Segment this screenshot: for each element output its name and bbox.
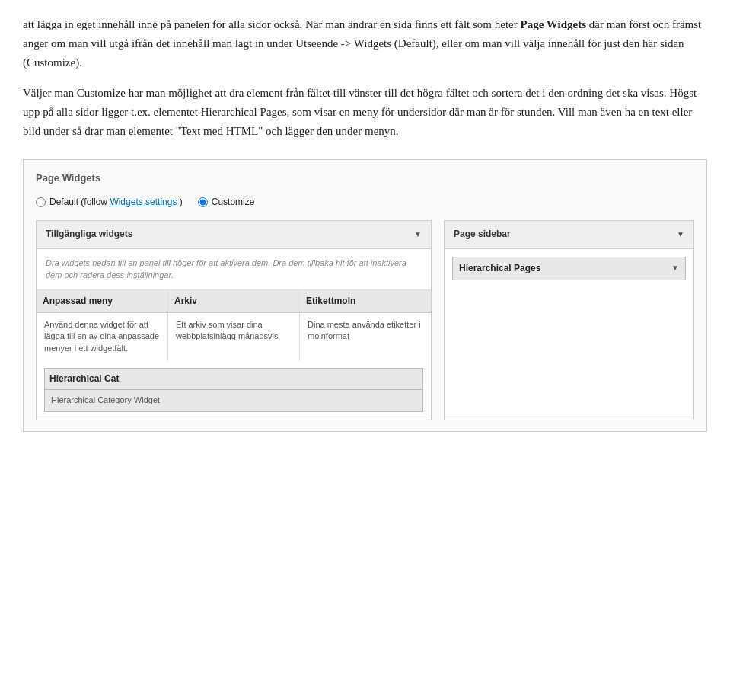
- sidebar-widget-hierarchical-pages[interactable]: Hierarchical Pages ▼: [452, 257, 686, 280]
- right-col-header-label: Page sidebar: [454, 227, 511, 241]
- page-widgets-bold: Page Widgets: [521, 18, 587, 30]
- paragraph-1: att lägga in eget innehåll inne på panel…: [23, 15, 707, 72]
- hierarchical-cat-desc: Hierarchical Category Widget: [51, 395, 416, 406]
- left-col-header-label: Tillgängliga widgets: [46, 227, 132, 241]
- widget-card-etikettmoln-title: Etikettmoln: [300, 290, 431, 313]
- radio-customize[interactable]: [198, 197, 208, 207]
- radio-default-label: Default (follow Widgets settings ): [49, 195, 183, 209]
- widget-card-anpassad[interactable]: Anpassad meny Använd denna widget för at…: [37, 290, 168, 360]
- widget-card-hierarchical-cat[interactable]: Hierarchical Cat Hierarchical Category W…: [44, 368, 423, 412]
- widget-panel: Page Widgets Default (follow Widgets set…: [23, 159, 707, 432]
- hierarchical-cat-title: Hierarchical Cat: [45, 369, 422, 390]
- radio-customize-label: Customize: [212, 195, 255, 209]
- widget-cards-row: Anpassad meny Använd denna widget för at…: [37, 290, 431, 360]
- sidebar-widget-arrow-icon: ▼: [671, 262, 679, 274]
- article-text-block: att lägga in eget innehåll inne på panel…: [23, 15, 707, 141]
- left-col-arrow-icon: ▼: [414, 229, 422, 241]
- widget-card-arkiv-title: Arkiv: [168, 290, 299, 313]
- widget-card-arkiv-desc: Ett arkiv som visar dina webbplatsinlägg…: [176, 319, 292, 343]
- radio-customize-option[interactable]: Customize: [198, 195, 255, 209]
- widgets-settings-link[interactable]: Widgets settings: [110, 197, 177, 207]
- radio-default[interactable]: [36, 197, 46, 207]
- widget-card-etikettmoln[interactable]: Etikettmoln Dina mesta använda etiketter…: [300, 290, 431, 360]
- widget-panel-title: Page Widgets: [36, 171, 694, 187]
- radio-row: Default (follow Widgets settings ) Custo…: [36, 195, 694, 209]
- widget-card-anpassad-title: Anpassad meny: [37, 290, 167, 313]
- article-content: att lägga in eget innehåll inne på panel…: [23, 15, 707, 432]
- widget-columns: Tillgängliga widgets ▼ Dra widgets nedan…: [36, 220, 694, 420]
- left-col-header: Tillgängliga widgets ▼: [37, 221, 431, 248]
- widget-card-anpassad-desc: Använd denna widget för att lägga till e…: [44, 319, 160, 354]
- widget-card-etikettmoln-desc: Dina mesta använda etiketter i molnforma…: [308, 319, 423, 343]
- hierarchical-pages-title: Hierarchical Pages: [459, 261, 540, 276]
- right-col-arrow-icon: ▼: [677, 229, 684, 241]
- paragraph-2: Väljer man Customize har man möjlighet a…: [23, 84, 707, 140]
- widget-instruction: Dra widgets nedan till en panel till hög…: [37, 249, 431, 290]
- widget-card-arkiv[interactable]: Arkiv Ett arkiv som visar dina webbplats…: [168, 290, 300, 360]
- widget-left-col: Tillgängliga widgets ▼ Dra widgets nedan…: [36, 220, 432, 420]
- widget-right-col: Page sidebar ▼ Hierarchical Pages ▼: [444, 220, 694, 420]
- radio-default-option[interactable]: Default (follow Widgets settings ): [36, 195, 183, 209]
- sidebar-widget-header: Hierarchical Pages ▼: [453, 257, 685, 280]
- right-col-header: Page sidebar ▼: [445, 221, 693, 248]
